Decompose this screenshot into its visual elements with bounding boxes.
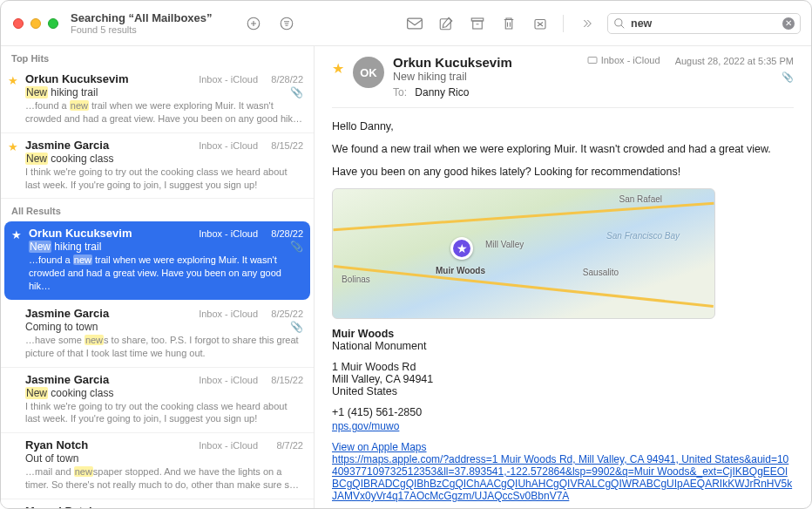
subject-text: New cooking class bbox=[25, 153, 303, 165]
sender-name: Jasmine Garcia bbox=[25, 139, 199, 152]
folder-label: Inbox - iCloud bbox=[199, 506, 258, 508]
attachment-icon: 📎 bbox=[290, 86, 303, 98]
filter-icon[interactable] bbox=[278, 15, 295, 32]
folder-label: Inbox - iCloud bbox=[199, 309, 258, 319]
message-item[interactable]: Jasmine Garcia Inbox - iCloud 8/25/22 Co… bbox=[1, 302, 314, 368]
attachment-icon[interactable]: 📎 bbox=[587, 71, 794, 83]
search-icon bbox=[613, 17, 626, 30]
preview-text: I think we're going to try out the cooki… bbox=[25, 166, 303, 192]
sender-name: Orkun Kucuksevim bbox=[29, 227, 199, 240]
junk-icon[interactable] bbox=[531, 15, 549, 32]
toolbar-separator bbox=[563, 15, 564, 32]
svg-line-18 bbox=[621, 24, 625, 28]
place-website-link[interactable]: nps.gov/muwo bbox=[332, 420, 399, 432]
folder-label: Inbox - iCloud bbox=[199, 375, 258, 385]
date-label: 8/15/22 bbox=[265, 140, 303, 151]
window-title: Searching “All Mailboxes” bbox=[71, 11, 227, 24]
message-item[interactable]: ★ Jasmine Garcia Inbox - iCloud 8/15/22 … bbox=[1, 133, 314, 200]
date-label: 8/28/22 bbox=[265, 228, 303, 239]
view-on-maps-link[interactable]: View on Apple Maps bbox=[332, 441, 427, 453]
preview-text: …found a new trail when we were explorin… bbox=[25, 99, 303, 126]
date-label: 8/15/22 bbox=[265, 375, 303, 385]
message-subject: New hiking trail bbox=[393, 71, 579, 83]
preview-text: …found a new trail when we were explorin… bbox=[29, 254, 303, 293]
message-item[interactable]: Jasmine Garcia Inbox - iCloud 8/15/22 Ne… bbox=[1, 368, 314, 434]
subject-text: New cooking class bbox=[25, 387, 303, 399]
search-input[interactable] bbox=[631, 17, 777, 30]
folder-label: Inbox - iCloud bbox=[199, 140, 258, 151]
all-results-header: All Results bbox=[1, 199, 314, 220]
overflow-icon[interactable] bbox=[578, 15, 595, 32]
new-message-plus-icon[interactable] bbox=[245, 15, 262, 32]
maps-url-link[interactable]: https://maps.apple.com/?address=1 Muir W… bbox=[332, 453, 792, 502]
preview-text: I think we're going to try out the cooki… bbox=[25, 400, 303, 426]
message-timestamp: August 28, 2022 at 5:35 PM bbox=[675, 56, 794, 66]
svg-rect-7 bbox=[408, 18, 423, 29]
minimize-window-button[interactable] bbox=[30, 18, 41, 29]
folder-label: Inbox - iCloud bbox=[199, 74, 258, 85]
star-icon[interactable]: ★ bbox=[332, 55, 344, 77]
svg-rect-10 bbox=[473, 21, 483, 29]
header-divider bbox=[332, 107, 794, 108]
date-label: 8/6/22 bbox=[265, 506, 303, 508]
subject-text: New hiking trail bbox=[29, 241, 287, 253]
preview-text: …have some news to share, too. P.S. I fo… bbox=[25, 334, 303, 360]
preview-text: …mail and newspaper stopped. And we have… bbox=[25, 465, 303, 492]
clear-search-button[interactable]: ✕ bbox=[782, 17, 795, 30]
avatar: OK bbox=[353, 57, 384, 88]
sender-name: Jasmine Garcia bbox=[25, 307, 199, 320]
svg-point-17 bbox=[615, 18, 622, 25]
date-label: 8/7/22 bbox=[265, 440, 303, 451]
attachment-icon: 📎 bbox=[290, 241, 303, 253]
top-hits-header: Top Hits bbox=[1, 46, 314, 67]
message-pane: ★ OK Orkun Kucuksevim New hiking trail T… bbox=[315, 46, 811, 508]
date-label: 8/25/22 bbox=[265, 309, 303, 319]
folder-label: Inbox - iCloud bbox=[199, 228, 258, 239]
sender-name: Mayuri Patel bbox=[25, 505, 199, 508]
map-attachment[interactable]: San Rafael Mill Valley Muir Woods Sausal… bbox=[332, 188, 715, 319]
message-item[interactable]: Mayuri Patel Inbox - iCloud 8/6/22 bbox=[1, 499, 314, 508]
mailbox-location: Inbox - iCloud bbox=[587, 55, 660, 65]
sender-name: Ryan Notch bbox=[25, 438, 199, 451]
compose-icon[interactable] bbox=[437, 15, 455, 32]
map-pin-icon: ★ bbox=[450, 237, 473, 260]
inbox-icon bbox=[587, 55, 598, 65]
titlebar: Searching “All Mailboxes” Found 5 result… bbox=[1, 1, 811, 46]
to-label: To: bbox=[393, 86, 407, 98]
attachment-icon: 📎 bbox=[290, 321, 303, 333]
message-item-selected[interactable]: ★ Orkun Kucuksevim Inbox - iCloud 8/28/2… bbox=[4, 221, 310, 300]
folder-label: Inbox - iCloud bbox=[199, 440, 258, 451]
message-item[interactable]: ★ Orkun Kucuksevim Inbox - iCloud 8/28/2… bbox=[1, 67, 314, 133]
message-body: Hello Danny, We found a new trail when w… bbox=[332, 120, 794, 502]
svg-rect-19 bbox=[588, 58, 597, 64]
search-field[interactable]: ✕ bbox=[607, 13, 801, 34]
star-icon: ★ bbox=[8, 140, 18, 153]
message-item[interactable]: Ryan Notch Inbox - iCloud 8/7/22 Out of … bbox=[1, 433, 314, 499]
star-icon: ★ bbox=[11, 228, 22, 241]
to-value: Danny Rico bbox=[415, 86, 469, 98]
sender-name: Jasmine Garcia bbox=[25, 373, 199, 386]
subject-text: Coming to town bbox=[25, 321, 287, 333]
date-label: 8/28/22 bbox=[265, 74, 303, 85]
place-card: Muir Woods National Monument 1 Muir Wood… bbox=[332, 328, 794, 432]
archive-icon[interactable] bbox=[469, 15, 486, 32]
close-window-button[interactable] bbox=[13, 18, 24, 29]
subject-text: Out of town bbox=[25, 452, 303, 465]
star-icon: ★ bbox=[8, 74, 18, 87]
zoom-window-button[interactable] bbox=[48, 18, 58, 29]
results-count: Found 5 results bbox=[71, 24, 227, 35]
message-from: Orkun Kucuksevim bbox=[393, 55, 579, 70]
trash-icon[interactable] bbox=[500, 15, 518, 32]
subject-text: New hiking trail bbox=[25, 86, 287, 98]
message-list[interactable]: Top Hits ★ Orkun Kucuksevim Inbox - iClo… bbox=[1, 46, 315, 508]
envelope-icon[interactable] bbox=[406, 15, 423, 32]
sender-name: Orkun Kucuksevim bbox=[25, 72, 199, 85]
